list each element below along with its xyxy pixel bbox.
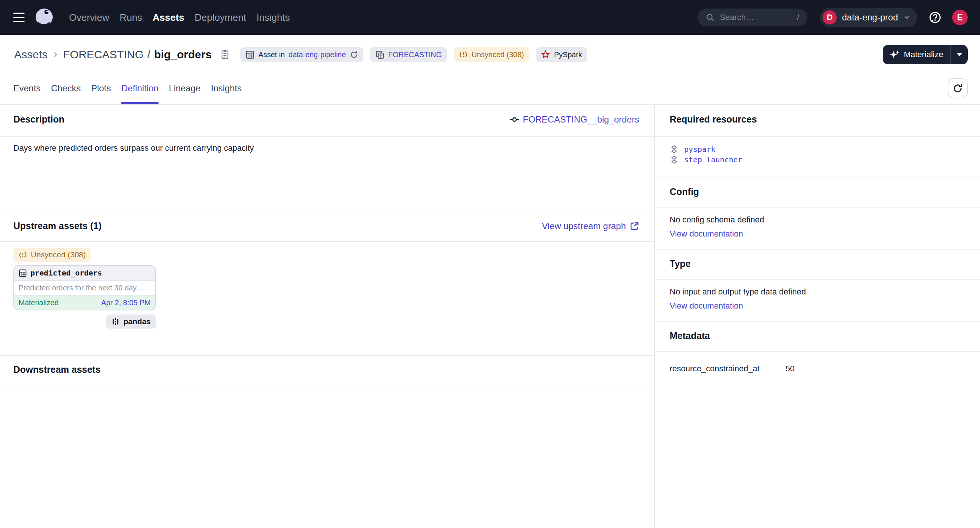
external-link-icon	[630, 221, 639, 231]
nav-insights[interactable]: Insights	[256, 12, 290, 23]
refresh-button[interactable]	[948, 78, 968, 99]
upstream-asset-description: Predicted orders for the next 30 day…	[14, 281, 155, 296]
top-nav: Overview Runs Assets Deployment Insights…	[0, 0, 980, 35]
downstream-title: Downstream assets	[13, 364, 100, 375]
search-input[interactable]: Search… /	[697, 8, 807, 26]
tab-definition[interactable]: Definition	[121, 72, 159, 104]
upstream-asset-timestamp[interactable]: Apr 2, 8:05 PM	[101, 299, 151, 307]
workspace-badge: D	[822, 10, 837, 24]
upstream-title: Upstream assets (1)	[13, 221, 102, 231]
upstream-asset-card[interactable]: predicted_orders Predicted orders for th…	[13, 265, 156, 310]
tag-group-forecasting[interactable]: FORECASTING	[370, 47, 447, 62]
resource-pyspark[interactable]: pyspark	[670, 145, 965, 154]
tag-pyspark-label: PySpark	[554, 51, 582, 59]
description-section: Description FORECASTING__big_orders Days…	[0, 105, 654, 212]
tab-lineage[interactable]: Lineage	[169, 72, 200, 104]
resource-step-launcher[interactable]: step_launcher	[670, 155, 965, 164]
search-shortcut: /	[797, 13, 799, 22]
asset-group-icon	[375, 50, 385, 59]
asset-tags: Asset in data-eng-pipeline FORECASTING U…	[240, 47, 587, 62]
resources-section: Required resources pyspark step_launcher	[655, 105, 980, 177]
nav-overview[interactable]: Overview	[69, 12, 109, 23]
upstream-asset-status: Materialized	[19, 299, 59, 307]
asset-table-icon	[245, 50, 255, 59]
definition-content: Description FORECASTING__big_orders Days…	[0, 105, 980, 528]
nav-assets[interactable]: Assets	[153, 12, 184, 23]
workspace-switcher[interactable]: D data-eng-prod	[820, 8, 917, 27]
resource-icon	[670, 145, 679, 154]
dagster-logo[interactable]	[34, 7, 55, 28]
type-docs-link[interactable]: View documentation	[670, 301, 965, 311]
config-empty-text: No config schema defined	[670, 215, 965, 225]
asset-table-icon	[19, 269, 27, 277]
search-placeholder: Search…	[720, 13, 754, 22]
copy-icon[interactable]	[219, 49, 231, 60]
reload-icon[interactable]	[350, 51, 358, 59]
pyspark-icon	[541, 50, 550, 59]
pipeline-link[interactable]: data-eng-pipeline	[288, 51, 346, 59]
tag-asset-in-pipeline[interactable]: Asset in data-eng-pipeline	[240, 47, 363, 62]
metadata-key: resource_constrained_at	[670, 364, 786, 374]
breadcrumb-group[interactable]: FORECASTING	[63, 48, 144, 61]
metadata-title: Metadata	[670, 331, 710, 341]
tag-pyspark[interactable]: PySpark	[536, 47, 587, 62]
caret-down-icon	[956, 53, 963, 57]
pandas-tag-label: pandas	[123, 317, 151, 326]
sparkles-icon	[889, 49, 900, 60]
tag-unsynced-label: Unsynced (308)	[471, 51, 524, 59]
view-upstream-graph-link[interactable]: View upstream graph	[542, 221, 639, 231]
definition-sidebar: Required resources pyspark step_launcher…	[655, 105, 980, 528]
metadata-section: Metadata resource_constrained_at 50	[655, 321, 980, 386]
materialize-button[interactable]: Materialize	[883, 45, 968, 64]
upstream-unsynced-tag[interactable]: Unsynced (308)	[13, 248, 91, 262]
type-section: Type No input and output type data defin…	[655, 249, 980, 321]
config-title: Config	[670, 186, 699, 197]
config-section: Config No config schema defined View doc…	[655, 177, 980, 249]
type-title: Type	[670, 258, 691, 269]
upstream-unsynced-label: Unsynced (308)	[31, 250, 86, 259]
help-icon[interactable]	[928, 11, 942, 24]
resource-pyspark-label: pyspark	[684, 145, 715, 154]
resources-title: Required resources	[670, 114, 757, 125]
tag-group-label: FORECASTING	[388, 51, 442, 59]
type-empty-text: No input and output type data defined	[670, 287, 965, 297]
resource-icon	[670, 155, 679, 164]
metadata-row: resource_constrained_at 50	[670, 364, 965, 374]
tab-checks[interactable]: Checks	[51, 72, 81, 104]
chevron-right-icon	[52, 51, 59, 58]
upstream-asset-name: predicted_orders	[30, 269, 102, 277]
resource-step-launcher-label: step_launcher	[684, 155, 743, 164]
materialize-caret[interactable]	[951, 45, 968, 64]
tab-plots[interactable]: Plots	[91, 72, 111, 104]
pandas-tag[interactable]: pandas	[106, 315, 156, 329]
breadcrumb-separator: /	[147, 48, 150, 61]
breadcrumb-asset-name: big_orders	[154, 48, 212, 61]
description-text: Days where predicted orders surpass our …	[0, 137, 654, 212]
asset-tabs-row: Events Checks Plots Definition Lineage I…	[0, 72, 980, 105]
breadcrumb-assets[interactable]: Assets	[14, 48, 48, 61]
tab-insights[interactable]: Insights	[211, 72, 242, 104]
refresh-icon	[953, 83, 963, 94]
user-avatar[interactable]: E	[952, 10, 968, 25]
job-icon	[510, 115, 519, 124]
materialize-label: Materialize	[904, 50, 943, 59]
job-link[interactable]: FORECASTING__big_orders	[510, 115, 639, 125]
metadata-value: 50	[786, 364, 794, 374]
primary-nav: Overview Runs Assets Deployment Insights	[69, 12, 290, 23]
search-icon	[706, 13, 714, 22]
menu-icon[interactable]	[13, 13, 24, 22]
unsynced-icon	[19, 251, 27, 259]
downstream-section: Downstream assets	[0, 355, 654, 385]
view-upstream-graph-label: View upstream graph	[542, 221, 626, 231]
nav-deployment[interactable]: Deployment	[194, 12, 246, 23]
tab-events[interactable]: Events	[13, 72, 40, 104]
unsynced-icon	[459, 50, 468, 59]
tag-unsynced[interactable]: Unsynced (308)	[453, 47, 529, 62]
nav-runs[interactable]: Runs	[119, 12, 142, 23]
upstream-section: Upstream assets (1) View upstream graph …	[0, 212, 654, 355]
tag-asset-in-label: Asset in	[258, 51, 285, 59]
breadcrumb: Assets FORECASTING / big_orders	[14, 48, 212, 61]
description-title: Description	[13, 114, 65, 125]
config-docs-link[interactable]: View documentation	[670, 229, 965, 239]
job-link-label: FORECASTING__big_orders	[523, 115, 639, 125]
